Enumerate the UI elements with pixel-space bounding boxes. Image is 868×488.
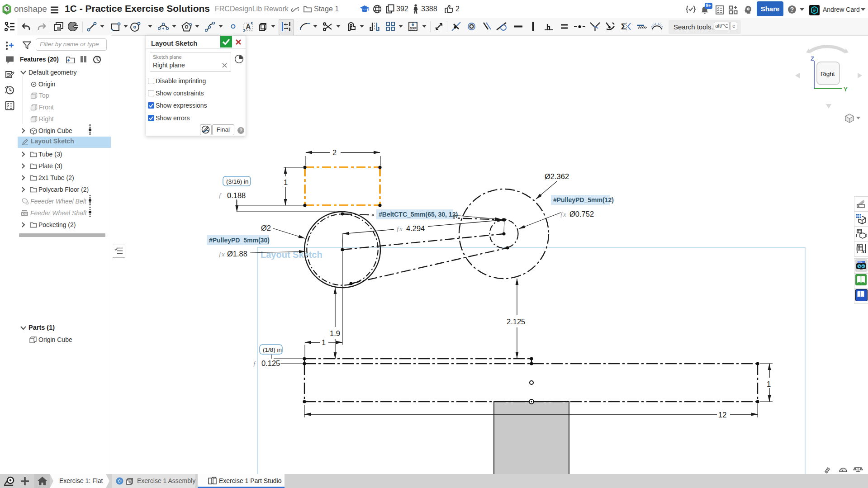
svg-text:12: 12 bbox=[718, 411, 726, 419]
svg-text:1: 1 bbox=[767, 380, 771, 388]
svg-text:FRC: FRC bbox=[858, 261, 863, 263]
svg-text:#BeltCTC_5mm(65, 30, 12): #BeltCTC_5mm(65, 30, 12) bbox=[379, 211, 458, 218]
svg-text:DXF: DXF bbox=[410, 26, 417, 30]
svg-text:x: x bbox=[861, 247, 865, 254]
svg-text:ƒx: ƒx bbox=[396, 225, 403, 232]
svg-text:A: A bbox=[246, 23, 251, 31]
svg-text:(3/16) in: (3/16) in bbox=[226, 178, 249, 185]
svg-text:#PulleyPD_5mm(30): #PulleyPD_5mm(30) bbox=[209, 237, 270, 244]
svg-text:Ø2.362: Ø2.362 bbox=[545, 172, 569, 180]
svg-text:4.294: 4.294 bbox=[406, 224, 425, 232]
svg-text:Ø2: Ø2 bbox=[261, 224, 271, 232]
svg-text:1.9: 1.9 bbox=[330, 329, 340, 337]
svg-text:Ø0.752: Ø0.752 bbox=[569, 210, 594, 218]
svg-text:ƒ: ƒ bbox=[218, 192, 222, 199]
svg-text:Ø1.88: Ø1.88 bbox=[227, 250, 247, 258]
svg-text:Right: Right bbox=[821, 71, 835, 77]
svg-text:2.125: 2.125 bbox=[507, 317, 525, 326]
svg-text:Z: Z bbox=[811, 55, 814, 62]
svg-text:(1/8) in: (1/8) in bbox=[263, 346, 282, 353]
svg-text:0.125: 0.125 bbox=[261, 359, 280, 367]
svg-text:#PulleyPD_5mm(12): #PulleyPD_5mm(12) bbox=[553, 196, 614, 204]
svg-text:ƒ: ƒ bbox=[253, 360, 256, 367]
svg-text:Σ: Σ bbox=[621, 22, 626, 31]
svg-text:2: 2 bbox=[332, 148, 337, 156]
svg-text:ƒx: ƒx bbox=[218, 251, 225, 258]
svg-text:1: 1 bbox=[322, 338, 326, 346]
svg-text:ƒx: ƒx bbox=[560, 211, 566, 218]
svg-text:Y: Y bbox=[844, 86, 848, 93]
svg-text:Layout Sketch: Layout Sketch bbox=[261, 250, 323, 260]
svg-text:0.188: 0.188 bbox=[227, 191, 246, 199]
svg-text:1: 1 bbox=[284, 178, 288, 186]
